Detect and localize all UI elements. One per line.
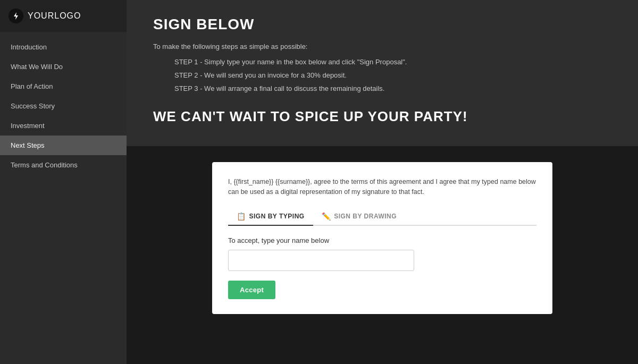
sidebar-logo: YOURLOGO — [0, 0, 127, 32]
sidebar-item-success-story[interactable]: Success Story — [0, 96, 127, 116]
name-input[interactable] — [228, 250, 414, 271]
sidebar-item-investment[interactable]: Investment — [0, 116, 127, 136]
bottom-section: I, {{first_name}} {{surname}}, agree to … — [127, 146, 638, 364]
sidebar-item-introduction[interactable]: Introduction — [0, 37, 127, 57]
accept-label: To accept, type your name below — [228, 236, 536, 244]
page-title: SIGN BELOW — [153, 16, 611, 33]
sidebar-item-next-steps[interactable]: Next Steps — [0, 136, 127, 155]
tab-drawing-label: SIGN BY DRAWING — [334, 213, 397, 220]
tab-typing-label: SIGN BY TYPING — [249, 213, 305, 220]
step-1: STEP 1 - Simply type your name in the bo… — [174, 58, 611, 66]
tab-sign-by-drawing[interactable]: ✏️ SIGN BY DRAWING — [313, 208, 405, 226]
typing-icon: 📋 — [237, 212, 246, 221]
logo-icon — [9, 9, 23, 23]
main-content: SIGN BELOW To make the following steps a… — [127, 0, 638, 364]
step-2: STEP 2 - We will send you an invoice for… — [174, 71, 611, 79]
sidebar-item-what-we-will-do[interactable]: What We Will Do — [0, 57, 127, 77]
tab-sign-by-typing[interactable]: 📋 SIGN BY TYPING — [228, 208, 313, 226]
step-3: STEP 3 - We will arrange a final call to… — [174, 84, 611, 92]
party-tagline: WE CAN'T WAIT TO SPICE UP YOUR PARTY! — [153, 108, 611, 125]
agreement-text: I, {{first_name}} {{surname}}, agree to … — [228, 177, 536, 197]
sidebar-item-terms-and-conditions[interactable]: Terms and Conditions — [0, 155, 127, 175]
sign-tabs: 📋 SIGN BY TYPING ✏️ SIGN BY DRAWING — [228, 208, 536, 226]
svg-marker-0 — [14, 12, 18, 20]
drawing-icon: ✏️ — [322, 212, 331, 221]
steps-list: STEP 1 - Simply type your name in the bo… — [174, 58, 611, 92]
intro-text: To make the following steps as simple as… — [153, 43, 611, 50]
logo-text: YOURLOGO — [28, 11, 81, 21]
logo-light: LOGO — [54, 11, 81, 20]
top-section: SIGN BELOW To make the following steps a… — [127, 0, 638, 146]
sidebar: YOURLOGO Introduction What We Will Do Pl… — [0, 0, 127, 364]
signature-card: I, {{first_name}} {{surname}}, agree to … — [212, 162, 552, 314]
sidebar-navigation: Introduction What We Will Do Plan of Act… — [0, 32, 127, 175]
sidebar-item-plan-of-action[interactable]: Plan of Action — [0, 77, 127, 96]
accept-button[interactable]: Accept — [228, 281, 275, 299]
logo-bold: YOUR — [28, 11, 54, 20]
